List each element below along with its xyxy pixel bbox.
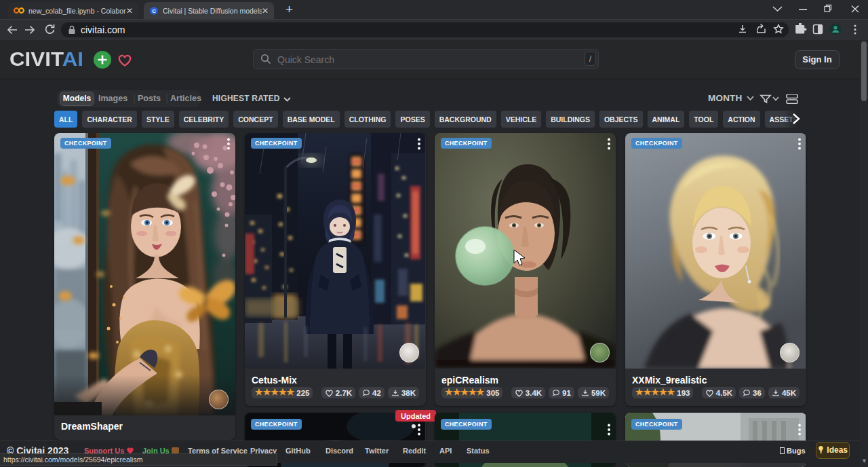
svg-text:C: C — [152, 7, 156, 14]
